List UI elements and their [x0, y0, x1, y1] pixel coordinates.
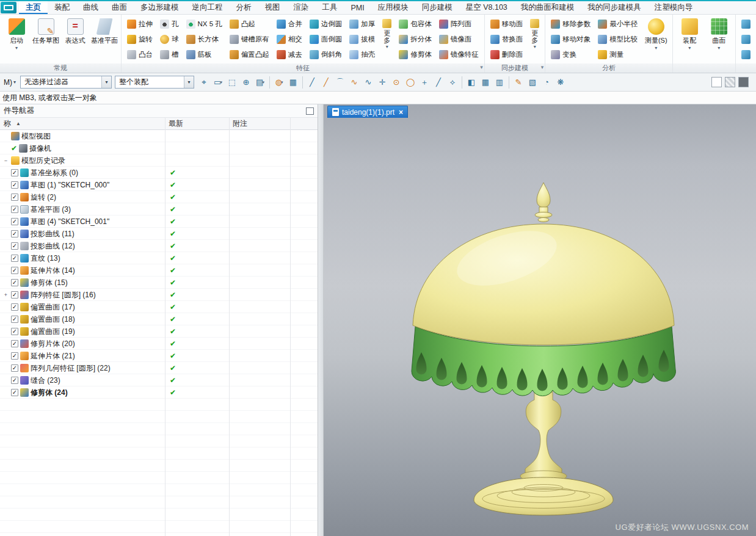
work-layer-icon[interactable]: ▦: [286, 76, 300, 89]
ribbon-tab[interactable]: PMI: [344, 1, 371, 14]
tree-row[interactable]: ✓基准坐标系 (0)✔: [0, 167, 318, 179]
move-object-button[interactable]: 移动对象: [548, 32, 593, 46]
column-separator[interactable]: [165, 118, 165, 536]
undock-icon[interactable]: [306, 107, 314, 115]
tree-row[interactable]: −模型历史记录: [0, 154, 318, 167]
column-header-name[interactable]: 称 ▲: [0, 118, 165, 129]
tree-row[interactable]: ✓修剪体 (15)✔: [0, 277, 318, 289]
tree-row[interactable]: ✓基准平面 (3)✔: [0, 203, 318, 215]
document-tab[interactable]: taideng(1)(1).prt ×: [327, 106, 408, 118]
more-button[interactable]: 更多▾: [379, 16, 395, 62]
ribbon-tab[interactable]: 注塑模向导: [648, 1, 700, 14]
feature-checkbox[interactable]: ✓: [11, 194, 18, 201]
feature-checkbox[interactable]: ✓: [11, 303, 18, 311]
feature-checkbox[interactable]: ✓: [11, 206, 18, 213]
feature-checkbox[interactable]: ✓: [11, 279, 18, 286]
feature-checkbox[interactable]: ✓: [11, 328, 18, 335]
datum-csys-icon[interactable]: ⟡: [446, 76, 459, 89]
feature-checkbox[interactable]: ✓: [11, 340, 18, 347]
studio-spline-icon[interactable]: ∿: [347, 76, 361, 89]
mini-tool-2-button[interactable]: [739, 32, 753, 46]
tree-row[interactable]: ✓草图 (1) "SKETCH_000"✔: [0, 179, 318, 191]
feature-checkbox[interactable]: ✓: [11, 364, 18, 372]
ribbon-tab[interactable]: 我的曲面和建模: [514, 1, 581, 14]
fit-curve-icon[interactable]: ∿: [362, 76, 375, 89]
column-header-latest[interactable]: 最新: [165, 118, 229, 129]
datum-plane-big-button[interactable]: 基准平面: [90, 16, 119, 62]
tree-row[interactable]: ✓偏置曲面 (19)✔: [0, 325, 318, 338]
dialog-launcher-icon[interactable]: ▾: [541, 64, 544, 70]
rib-button[interactable]: 筋板: [184, 47, 225, 62]
lamp-base[interactable]: [474, 477, 613, 515]
tree-row[interactable]: ✓草图 (4) "SKETCH_001"✔: [0, 215, 318, 228]
selection-filter-dropdown[interactable]: 无选择过滤器 ▾: [20, 76, 112, 89]
feature-checkbox[interactable]: ✓: [11, 316, 18, 323]
start-button[interactable]: 启动▾: [2, 16, 31, 62]
ribbon-tab[interactable]: 曲线: [76, 1, 105, 14]
feature-checkbox[interactable]: ✓: [11, 181, 18, 189]
model-compare-button[interactable]: 模型比较: [595, 32, 640, 46]
menu-button[interactable]: M) ▾: [2, 78, 17, 87]
move-face-button[interactable]: 移动面: [488, 16, 526, 31]
tree-row[interactable]: 模型视图: [0, 130, 318, 142]
ribbon-tab[interactable]: 多边形建模: [134, 1, 186, 14]
shaded-display-icon[interactable]: ◍▾: [272, 76, 286, 89]
lamp-finial[interactable]: [535, 183, 552, 222]
extrude-button[interactable]: 拉伸: [125, 16, 155, 31]
ribbon-tab[interactable]: 工具: [316, 1, 344, 14]
tree-row[interactable]: ✓偏置曲面 (18)✔: [0, 313, 318, 325]
select-group-icon[interactable]: ⬚: [225, 76, 239, 89]
background-pattern-swatch[interactable]: [725, 77, 735, 87]
column-header-note[interactable]: 附注: [229, 118, 290, 129]
chamfer-button[interactable]: 倒斜角: [307, 47, 345, 62]
feature-checkbox[interactable]: ✓: [11, 389, 18, 396]
feature-checkbox[interactable]: ✓: [11, 291, 18, 299]
more-button[interactable]: 更多▾: [526, 16, 543, 62]
feature-checkbox[interactable]: ✓: [11, 169, 18, 176]
tree-row[interactable]: ✔摄像机: [0, 142, 318, 154]
tree-row[interactable]: ✓投影曲线 (12)✔: [0, 240, 318, 252]
nx5-hole-button[interactable]: NX 5 孔: [184, 16, 225, 31]
column-separator[interactable]: [229, 118, 230, 536]
mirror-feature-button[interactable]: 镜像特征: [437, 47, 481, 62]
boss-button[interactable]: 凸台: [125, 47, 155, 62]
remove-parameters-button[interactable]: 移除参数: [548, 16, 593, 31]
block-button[interactable]: 长方体: [184, 32, 225, 46]
mirror-face-button[interactable]: 镜像面: [437, 32, 481, 46]
tree-row[interactable]: ✓修剪片体 (20)✔: [0, 338, 318, 350]
ribbon-tab[interactable]: 曲面: [105, 1, 134, 14]
information-table-icon[interactable]: ▥: [493, 76, 506, 89]
keyway-button[interactable]: 键槽原有: [227, 32, 272, 46]
solid-cube-icon[interactable]: ◧: [465, 76, 478, 89]
tree-row[interactable]: ✓缝合 (23)✔: [0, 374, 318, 386]
line-tool-icon[interactable]: ╱: [305, 76, 319, 89]
tree-row[interactable]: ✓延伸片体 (14)✔: [0, 264, 318, 277]
layers-icon[interactable]: ▧: [526, 76, 539, 89]
revolve-button[interactable]: 旋转: [125, 32, 155, 46]
plus-tool-icon[interactable]: ＋: [418, 76, 431, 89]
expander-icon[interactable]: −: [2, 158, 9, 164]
edge-blend-button[interactable]: 边倒圆: [307, 16, 345, 31]
feature-checkbox[interactable]: ✓: [11, 352, 18, 360]
measure-s-button[interactable]: 测量(S)▾: [641, 16, 671, 62]
expander-icon[interactable]: +: [2, 292, 9, 298]
shell-button[interactable]: 抽壳: [347, 47, 377, 62]
circle-tool-icon[interactable]: ⊙: [390, 76, 403, 89]
thicken-button[interactable]: 加厚: [347, 16, 377, 31]
panel-splitter[interactable]: [318, 104, 324, 536]
background-white-swatch[interactable]: [711, 77, 722, 87]
hole-button[interactable]: 孔: [158, 16, 181, 31]
snap-point-icon[interactable]: ⌖: [197, 76, 211, 89]
tree-row[interactable]: +✓阵列特征 [圆形] (16)✔: [0, 289, 318, 301]
ribbon-tab[interactable]: 我的同步建模具: [581, 1, 648, 14]
ribbon-tab[interactable]: 视图: [258, 1, 287, 14]
feature-checkbox[interactable]: ✓: [11, 242, 18, 250]
minimum-radius-button[interactable]: 最小半径: [595, 16, 640, 31]
mini-tool-3-button[interactable]: [739, 47, 753, 62]
feature-checkbox[interactable]: ✓: [11, 267, 18, 274]
emboss-button[interactable]: 凸起: [227, 16, 272, 31]
mini-tool-1-button[interactable]: [739, 16, 753, 31]
draft-button[interactable]: 拔模: [347, 32, 377, 46]
feature-checkbox[interactable]: ✓: [11, 230, 18, 237]
select-rectangle-icon[interactable]: ▭▾: [211, 76, 225, 89]
